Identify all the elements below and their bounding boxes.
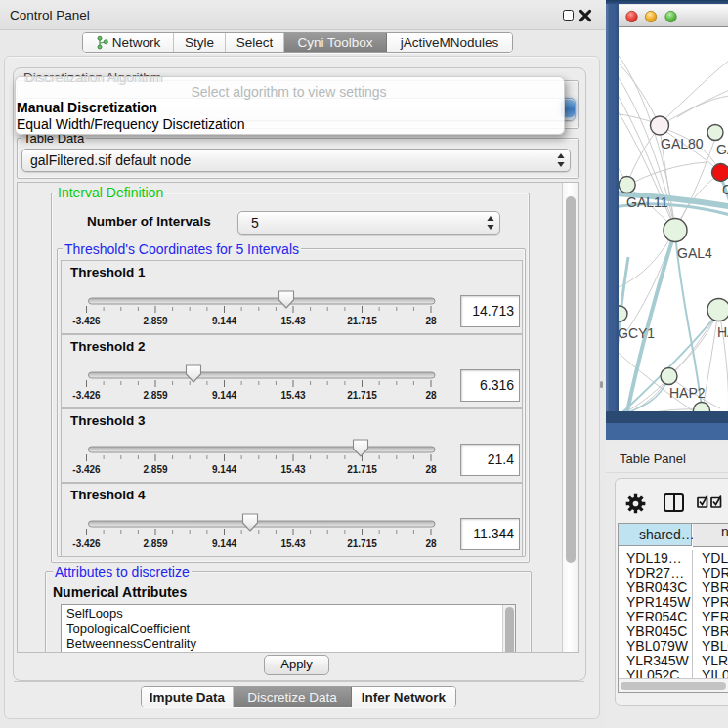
- svg-text:21.715: 21.715: [347, 390, 377, 401]
- svg-text:15.43: 15.43: [280, 538, 305, 549]
- svg-text:GAL11: GAL11: [626, 194, 668, 210]
- svg-text:28: 28: [425, 464, 437, 475]
- svg-text:2.859: 2.859: [143, 390, 167, 401]
- svg-text:9.144: 9.144: [212, 390, 236, 401]
- svg-text:2.859: 2.859: [143, 464, 167, 475]
- svg-text:GA: GA: [716, 142, 728, 157]
- svg-text:2.859: 2.859: [143, 316, 167, 326]
- svg-text:21.715: 21.715: [347, 464, 377, 475]
- svg-text:-3.426: -3.426: [72, 538, 101, 549]
- svg-text:28: 28: [425, 390, 437, 401]
- svg-text:2.859: 2.859: [143, 538, 167, 549]
- svg-text:28: 28: [425, 538, 437, 549]
- svg-text:-3.426: -3.426: [72, 316, 101, 326]
- svg-text:9.144: 9.144: [212, 316, 236, 326]
- svg-text:HA: HA: [717, 324, 728, 340]
- svg-text:9.144: 9.144: [212, 538, 236, 549]
- svg-text:28: 28: [425, 316, 437, 326]
- svg-text:15.43: 15.43: [280, 316, 305, 326]
- svg-text:9.144: 9.144: [212, 464, 236, 475]
- svg-text:21.715: 21.715: [347, 316, 377, 326]
- svg-text:-3.426: -3.426: [72, 464, 101, 475]
- svg-text:HAP2: HAP2: [669, 385, 706, 401]
- svg-text:21.715: 21.715: [347, 538, 377, 549]
- svg-text:CY: CY: [722, 182, 728, 197]
- svg-text:-3.426: -3.426: [72, 390, 101, 401]
- svg-text:GAL80: GAL80: [661, 136, 704, 151]
- svg-text:GAL4: GAL4: [677, 245, 712, 261]
- svg-text:15.43: 15.43: [280, 390, 305, 401]
- svg-text:15.43: 15.43: [280, 464, 305, 475]
- svg-text:GCY1: GCY1: [619, 325, 655, 341]
